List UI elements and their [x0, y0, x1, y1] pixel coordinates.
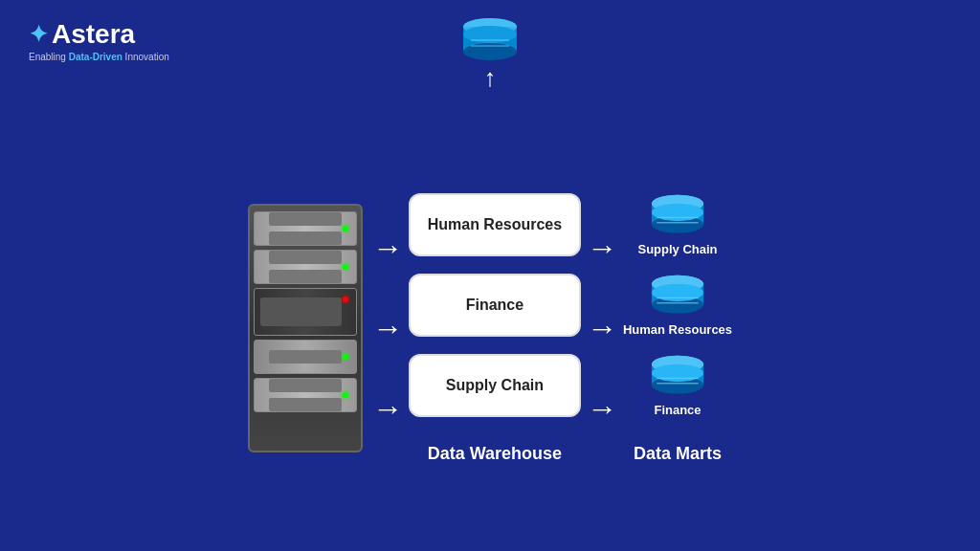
server-unit-1: [254, 211, 357, 246]
svg-point-12: [652, 203, 703, 220]
warehouse-box-sc: Supply Chain: [409, 354, 581, 417]
mart-label-hr: Human Resources: [623, 322, 732, 337]
mart-label-finance: Finance: [654, 403, 701, 417]
main-diagram: → → → Human Resources Finance Supply Cha…: [0, 86, 980, 551]
server-unit-5: [254, 378, 357, 412]
mart-db-hr: [647, 274, 708, 319]
mart-item-finance: Finance: [647, 354, 708, 417]
server-unit-2: [254, 250, 357, 284]
mart-item-sc: Supply Chain: [637, 193, 717, 256]
logo: ✦ Astera Enabling Data-Driven Innovation: [29, 19, 169, 62]
arrow-left-1: →: [372, 216, 403, 279]
marts-col: Supply Chain Human Resources: [623, 193, 732, 464]
svg-point-26: [652, 364, 703, 381]
logo-subtitle: Enabling Data-Driven Innovation: [29, 52, 169, 62]
logo-star: ✦: [29, 21, 48, 48]
server-unit-3: [254, 288, 357, 336]
mart-label-sc: Supply Chain: [637, 242, 717, 256]
marts-section-label: Data Marts: [634, 444, 722, 464]
arrow-right-1: →: [587, 216, 617, 279]
right-arrows-col: → → →: [587, 216, 617, 440]
mart-item-hr: Human Resources: [623, 274, 732, 337]
warehouse-section-label: Data Warehouse: [428, 444, 562, 464]
svg-point-19: [652, 283, 703, 300]
server-rack: [248, 204, 363, 452]
arrow-right-3: →: [587, 377, 617, 440]
arrow-left-3: →: [372, 377, 403, 440]
warehouse-box-finance: Finance: [409, 274, 581, 337]
arrow-left-2: →: [372, 297, 403, 360]
top-db-area: ↑: [461, 17, 519, 90]
warehouse-box-hr: Human Resources: [409, 193, 581, 256]
mart-db-finance: [647, 354, 708, 399]
left-arrows-col: → → →: [372, 216, 403, 440]
mart-db-sc: [647, 193, 708, 238]
top-db-icon: [461, 17, 519, 63]
arrow-right-2: →: [587, 297, 617, 360]
warehouse-col: Human Resources Finance Supply Chain Dat…: [409, 193, 581, 464]
logo-name: Astera: [52, 19, 135, 50]
server-unit-4: [254, 340, 357, 374]
